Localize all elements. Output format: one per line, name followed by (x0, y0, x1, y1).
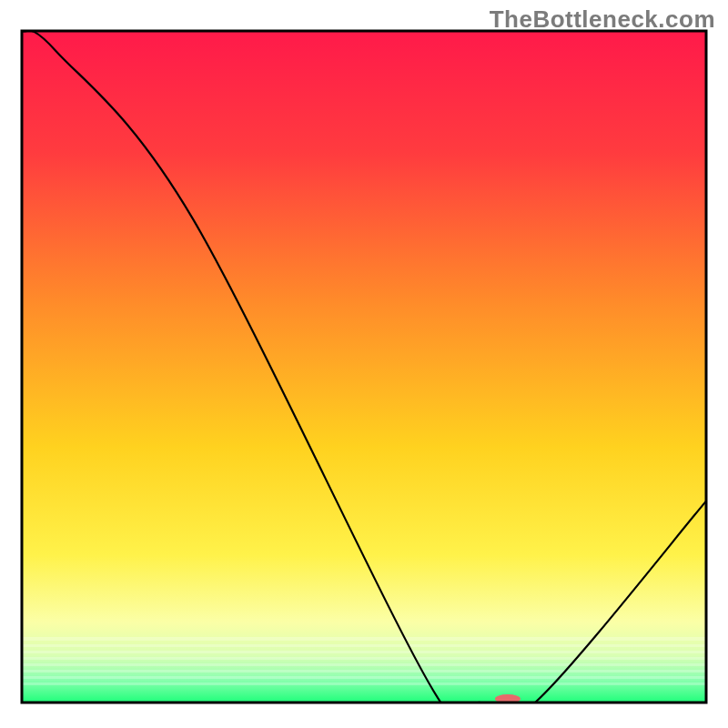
svg-rect-6 (22, 670, 706, 672)
svg-rect-3 (22, 651, 706, 653)
svg-rect-5 (22, 663, 706, 666)
gradient-background (22, 31, 706, 703)
svg-rect-4 (22, 657, 706, 660)
chart-container: TheBottleneck.com (0, 0, 728, 728)
svg-rect-1 (22, 637, 706, 641)
svg-rect-8 (22, 682, 706, 685)
chart-svg (0, 0, 728, 728)
svg-rect-7 (22, 676, 706, 679)
watermark-text: TheBottleneck.com (490, 5, 715, 34)
svg-rect-2 (22, 644, 706, 647)
